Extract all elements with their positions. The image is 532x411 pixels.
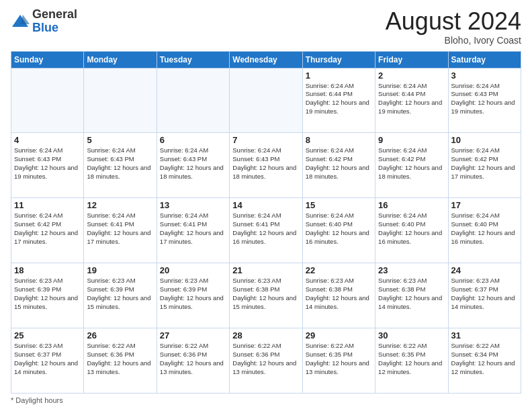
day-number: 21	[232, 265, 299, 275]
calendar-table: SundayMondayTuesdayWednesdayThursdayFrid…	[11, 51, 521, 394]
day-info: Sunrise: 6:24 AM Sunset: 6:42 PM Dayligh…	[451, 146, 518, 181]
day-number: 25	[14, 330, 81, 340]
calendar-cell: 18Sunrise: 6:23 AM Sunset: 6:39 PM Dayli…	[11, 263, 84, 328]
calendar-cell	[84, 68, 157, 133]
calendar-cell: 27Sunrise: 6:22 AM Sunset: 6:36 PM Dayli…	[157, 328, 229, 394]
day-number: 23	[378, 265, 445, 275]
day-number: 31	[451, 330, 518, 340]
day-info: Sunrise: 6:23 AM Sunset: 6:37 PM Dayligh…	[451, 277, 518, 311]
calendar-cell: 31Sunrise: 6:22 AM Sunset: 6:34 PM Dayli…	[448, 328, 521, 394]
day-info: Sunrise: 6:24 AM Sunset: 6:44 PM Dayligh…	[378, 82, 445, 116]
day-info: Sunrise: 6:22 AM Sunset: 6:34 PM Dayligh…	[451, 342, 518, 376]
day-info: Sunrise: 6:24 AM Sunset: 6:41 PM Dayligh…	[160, 212, 226, 246]
day-number: 27	[160, 330, 226, 340]
calendar-cell: 26Sunrise: 6:22 AM Sunset: 6:36 PM Dayli…	[84, 328, 157, 394]
day-number: 19	[87, 265, 153, 275]
day-number: 26	[87, 330, 153, 340]
col-header-friday: Friday	[375, 51, 448, 68]
week-row-1: 4Sunrise: 6:24 AM Sunset: 6:43 PM Daylig…	[11, 133, 521, 198]
day-number: 14	[232, 200, 299, 210]
week-row-4: 25Sunrise: 6:23 AM Sunset: 6:37 PM Dayli…	[11, 328, 521, 394]
calendar-cell	[157, 68, 229, 133]
calendar-cell: 23Sunrise: 6:23 AM Sunset: 6:38 PM Dayli…	[375, 263, 448, 328]
day-info: Sunrise: 6:23 AM Sunset: 6:38 PM Dayligh…	[378, 277, 445, 311]
calendar-cell: 12Sunrise: 6:24 AM Sunset: 6:41 PM Dayli…	[84, 198, 157, 263]
logo: General Blue	[11, 8, 77, 35]
day-number: 18	[14, 265, 81, 275]
day-number: 12	[87, 200, 153, 210]
calendar-cell: 28Sunrise: 6:22 AM Sunset: 6:36 PM Dayli…	[230, 328, 302, 394]
day-number: 7	[232, 135, 299, 145]
calendar-cell: 30Sunrise: 6:22 AM Sunset: 6:35 PM Dayli…	[375, 328, 448, 394]
page: General Blue August 2024 Bloho, Ivory Co…	[0, 0, 532, 411]
calendar-cell: 3Sunrise: 6:24 AM Sunset: 6:43 PM Daylig…	[448, 68, 521, 133]
day-number: 30	[378, 330, 445, 340]
calendar-cell: 16Sunrise: 6:24 AM Sunset: 6:40 PM Dayli…	[375, 198, 448, 263]
day-info: Sunrise: 6:23 AM Sunset: 6:38 PM Dayligh…	[232, 277, 299, 311]
calendar-cell: 22Sunrise: 6:23 AM Sunset: 6:38 PM Dayli…	[302, 263, 375, 328]
calendar-cell	[11, 68, 84, 133]
day-info: Sunrise: 6:23 AM Sunset: 6:38 PM Dayligh…	[306, 277, 372, 311]
day-info: Sunrise: 6:24 AM Sunset: 6:41 PM Dayligh…	[87, 212, 153, 246]
day-info: Sunrise: 6:23 AM Sunset: 6:37 PM Dayligh…	[14, 342, 81, 376]
day-number: 16	[378, 200, 445, 210]
day-info: Sunrise: 6:22 AM Sunset: 6:35 PM Dayligh…	[378, 342, 445, 376]
col-header-sunday: Sunday	[11, 51, 84, 68]
day-info: Sunrise: 6:24 AM Sunset: 6:42 PM Dayligh…	[378, 146, 445, 181]
day-number: 8	[306, 135, 372, 145]
calendar-cell: 25Sunrise: 6:23 AM Sunset: 6:37 PM Dayli…	[11, 328, 84, 394]
calendar-cell: 1Sunrise: 6:24 AM Sunset: 6:44 PM Daylig…	[302, 68, 375, 133]
daylight-label: Daylight hours	[15, 396, 62, 404]
header: General Blue August 2024 Bloho, Ivory Co…	[11, 8, 521, 46]
calendar-cell: 11Sunrise: 6:24 AM Sunset: 6:42 PM Dayli…	[11, 198, 84, 263]
calendar-cell: 21Sunrise: 6:23 AM Sunset: 6:38 PM Dayli…	[230, 263, 302, 328]
col-header-monday: Monday	[84, 51, 157, 68]
day-info: Sunrise: 6:24 AM Sunset: 6:43 PM Dayligh…	[14, 146, 81, 181]
day-number: 20	[160, 265, 226, 275]
day-number: 17	[451, 200, 518, 210]
logo-text: General Blue	[32, 8, 77, 35]
calendar-cell: 19Sunrise: 6:23 AM Sunset: 6:39 PM Dayli…	[84, 263, 157, 328]
day-number: 22	[306, 265, 372, 275]
day-info: Sunrise: 6:24 AM Sunset: 6:42 PM Dayligh…	[14, 212, 81, 246]
day-info: Sunrise: 6:22 AM Sunset: 6:36 PM Dayligh…	[87, 342, 153, 376]
calendar-cell: 5Sunrise: 6:24 AM Sunset: 6:43 PM Daylig…	[84, 133, 157, 198]
day-number: 2	[378, 71, 445, 81]
day-info: Sunrise: 6:22 AM Sunset: 6:36 PM Dayligh…	[160, 342, 226, 376]
week-row-2: 11Sunrise: 6:24 AM Sunset: 6:42 PM Dayli…	[11, 198, 521, 263]
title-block: August 2024 Bloho, Ivory Coast	[386, 8, 521, 46]
day-info: Sunrise: 6:24 AM Sunset: 6:42 PM Dayligh…	[306, 146, 372, 181]
week-row-0: 1Sunrise: 6:24 AM Sunset: 6:44 PM Daylig…	[11, 68, 521, 133]
day-info: Sunrise: 6:24 AM Sunset: 6:44 PM Dayligh…	[306, 82, 372, 116]
calendar-cell	[230, 68, 302, 133]
calendar-cell: 8Sunrise: 6:24 AM Sunset: 6:42 PM Daylig…	[302, 133, 375, 198]
footer-note: * Daylight hours	[11, 396, 521, 404]
logo-blue: Blue	[32, 21, 58, 34]
calendar-cell: 20Sunrise: 6:23 AM Sunset: 6:39 PM Dayli…	[157, 263, 229, 328]
day-info: Sunrise: 6:24 AM Sunset: 6:43 PM Dayligh…	[451, 82, 518, 116]
day-number: 13	[160, 200, 226, 210]
calendar-cell: 15Sunrise: 6:24 AM Sunset: 6:40 PM Dayli…	[302, 198, 375, 263]
day-number: 5	[87, 135, 153, 145]
day-info: Sunrise: 6:23 AM Sunset: 6:39 PM Dayligh…	[160, 277, 226, 311]
day-info: Sunrise: 6:22 AM Sunset: 6:36 PM Dayligh…	[232, 342, 299, 376]
day-number: 3	[451, 71, 518, 81]
calendar-cell: 2Sunrise: 6:24 AM Sunset: 6:44 PM Daylig…	[375, 68, 448, 133]
calendar-cell: 9Sunrise: 6:24 AM Sunset: 6:42 PM Daylig…	[375, 133, 448, 198]
logo-general: General	[32, 7, 77, 21]
calendar-cell: 17Sunrise: 6:24 AM Sunset: 6:40 PM Dayli…	[448, 198, 521, 263]
day-info: Sunrise: 6:24 AM Sunset: 6:40 PM Dayligh…	[451, 212, 518, 246]
day-info: Sunrise: 6:24 AM Sunset: 6:40 PM Dayligh…	[378, 212, 445, 246]
day-number: 24	[451, 265, 518, 275]
calendar-cell: 24Sunrise: 6:23 AM Sunset: 6:37 PM Dayli…	[448, 263, 521, 328]
day-number: 1	[306, 71, 372, 81]
day-info: Sunrise: 6:23 AM Sunset: 6:39 PM Dayligh…	[87, 277, 153, 311]
calendar-cell: 6Sunrise: 6:24 AM Sunset: 6:43 PM Daylig…	[157, 133, 229, 198]
calendar-cell: 14Sunrise: 6:24 AM Sunset: 6:41 PM Dayli…	[230, 198, 302, 263]
calendar-cell: 13Sunrise: 6:24 AM Sunset: 6:41 PM Dayli…	[157, 198, 229, 263]
logo-icon	[11, 12, 30, 31]
col-header-tuesday: Tuesday	[157, 51, 229, 68]
day-info: Sunrise: 6:24 AM Sunset: 6:43 PM Dayligh…	[232, 146, 299, 181]
calendar-cell: 10Sunrise: 6:24 AM Sunset: 6:42 PM Dayli…	[448, 133, 521, 198]
calendar-cell: 29Sunrise: 6:22 AM Sunset: 6:35 PM Dayli…	[302, 328, 375, 394]
